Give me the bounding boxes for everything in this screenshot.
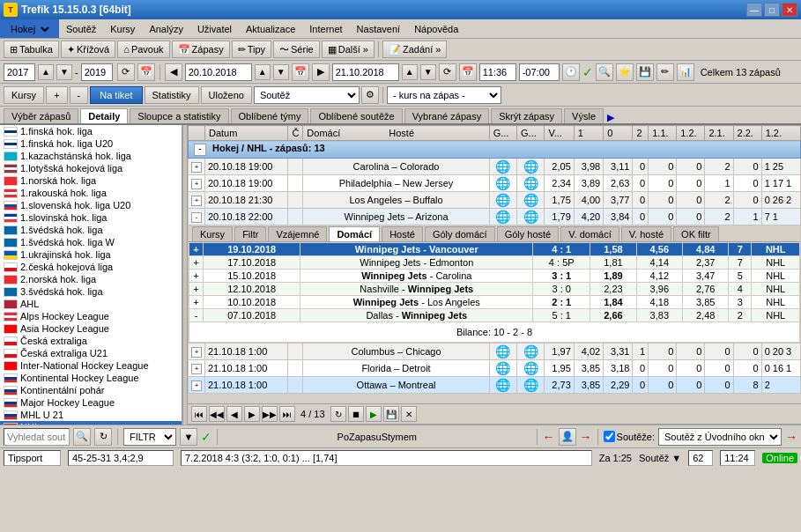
date-to-up[interactable]: ▲ (402, 64, 418, 80)
table-row[interactable]: + 21.10.18 1:00 Ottawa – Montreal 🌐 🌐 2,… (189, 377, 801, 394)
search-button[interactable]: 🔍 (73, 428, 91, 446)
hokej-select[interactable]: Hokej Fotbal Tenis (7, 23, 52, 35)
dalsi-button[interactable]: ▦ Další » (322, 41, 375, 58)
menu-uzivatel[interactable]: Uživatel (190, 19, 239, 38)
sidebar-item-1lot[interactable]: 1.lotyšská hokejová liga (0, 162, 182, 174)
sidebar-item-1sve[interactable]: 1.švédská hok. liga (0, 224, 182, 236)
nav-next-next-button[interactable]: ▶▶ (262, 406, 278, 422)
nav-first-button[interactable]: ⏮ (191, 406, 207, 422)
table-row[interactable]: + 21.10.18 1:00 Columbus – Chicago 🌐 🌐 1… (189, 344, 801, 360)
date-from-up[interactable]: ▲ (255, 64, 271, 80)
star-icon[interactable]: ⭐ (616, 63, 634, 81)
soutez-icon[interactable]: ⚙ (361, 86, 379, 104)
zapasy-button[interactable]: 📅 Zápasy (172, 41, 230, 58)
sidebar-item-asia[interactable]: Asia Hockey League (0, 322, 182, 335)
year-from-input[interactable] (4, 63, 35, 81)
next-date-icon[interactable]: ▶ (312, 63, 330, 81)
refresh-soutez-button[interactable]: ↻ (94, 428, 112, 446)
kursy-button[interactable]: Kursy (4, 86, 44, 104)
nav-green-button[interactable]: ▶ (366, 406, 382, 422)
content-scroll[interactable]: Datum Č Domácí Hosté G... G... V... 1 0 … (188, 125, 801, 403)
sidebar-item-2cze[interactable]: 2.česká hokejová liga (0, 261, 182, 273)
prev-date-icon[interactable]: ◀ (165, 63, 182, 81)
tab-skryt[interactable]: Skrýt zápasy (491, 108, 562, 123)
tab-more-icon[interactable]: ▶ (607, 112, 614, 123)
sidebar-item-1nor[interactable]: 1.norská hok. liga (0, 174, 182, 187)
date-from-down[interactable]: ▼ (273, 64, 289, 80)
detail-tab-kursy[interactable]: Kursy (192, 226, 233, 241)
detail-tab-domaci[interactable]: Domácí (329, 226, 380, 241)
nav-prev-prev-button[interactable]: ◀◀ (209, 406, 225, 422)
detail-tab-v-domaci[interactable]: V. domácí (560, 226, 619, 241)
detail-row[interactable]: + 15.10.2018 Winnipeg Jets - Carolina 3 … (189, 270, 800, 283)
section-collapse-btn[interactable]: - (194, 144, 206, 156)
arrow-left-icon[interactable]: ← (543, 430, 555, 444)
section-header-nhl[interactable]: - Hokej / NHL - zápasů: 13 (189, 141, 801, 159)
search-soutez-input[interactable] (4, 428, 70, 446)
clock-icon[interactable]: 🕐 (562, 63, 580, 81)
calendar-icon[interactable]: 📅 (137, 63, 155, 81)
tipy-button[interactable]: ✏ Tipy (232, 41, 271, 58)
detail-row[interactable]: - 07.10.2018 Dallas - Winnipeg Jets 5 : … (189, 309, 800, 322)
nav-delete-button[interactable]: ✕ (401, 406, 417, 422)
detail-tab-filtr[interactable]: Filtr (234, 226, 266, 241)
serie-button[interactable]: 〜 Série (273, 41, 320, 58)
nav-save-button[interactable]: 💾 (383, 406, 399, 422)
tab-detaily[interactable]: Detaily (80, 108, 128, 123)
sidebar-item-nhl[interactable]: NHL (0, 421, 182, 425)
detail-tab-goly-domaci[interactable]: Góly domácí (425, 226, 495, 241)
soutez-dropdown[interactable]: Soutěž (254, 86, 360, 104)
sidebar-item-inter[interactable]: Inter-National Hockey League (0, 359, 182, 372)
save-icon[interactable]: 💾 (636, 63, 654, 81)
sidebar-item-1ukr[interactable]: 1.ukrajinská hok. liga (0, 248, 182, 261)
tab-oblibene-tymy[interactable]: Oblíbené týmy (231, 108, 309, 123)
minus-button[interactable]: - (70, 86, 89, 104)
date-to-down[interactable]: ▼ (420, 64, 436, 80)
sidebar-item-1finu20[interactable]: 1.finská hok. liga U20 (0, 137, 182, 150)
menu-soutez[interactable]: Soutěž (59, 19, 103, 38)
souteze-checkbox[interactable] (604, 431, 615, 442)
sidebar-item-major[interactable]: Major Hockey League (0, 396, 182, 409)
filter-dropdown[interactable]: FILTR (123, 428, 176, 446)
kurs-dropdown[interactable]: - kurs na zápas - (387, 86, 501, 104)
zadani-button[interactable]: 📝 Zadání » (382, 41, 447, 58)
tab-vyber[interactable]: Výběr zápasů (4, 108, 78, 123)
sidebar-item-alps[interactable]: Alps Hockey League (0, 310, 182, 322)
year-up-icon[interactable]: ▲ (38, 64, 54, 80)
na-tiket-button[interactable]: Na tiket (90, 86, 142, 104)
nav-next-button[interactable]: ▶ (244, 406, 260, 422)
detail-row[interactable]: + 17.10.2018 Winnipeg Jets - Edmonton 4 … (189, 256, 800, 270)
sidebar-item-khl[interactable]: Kontinental Hockey League (0, 372, 182, 384)
table-row[interactable]: + 20.10.18 19:00 Carolina – Colorado 🌐 🌐… (189, 159, 801, 175)
detail-row[interactable]: + 10.10.2018 Winnipeg Jets - Los Angeles… (189, 296, 800, 309)
refresh2-icon[interactable]: ⟳ (439, 63, 456, 81)
menu-nastaveni[interactable]: Nastavení (350, 19, 408, 38)
sidebar-item-1sku20[interactable]: 1.slovenská hok. liga U20 (0, 199, 182, 211)
soutez-from-window-dropdown[interactable]: Soutěž z Úvodního okna (658, 428, 782, 446)
ulozeno-button[interactable]: Uloženo (201, 86, 252, 104)
time1-input[interactable] (479, 63, 516, 81)
close-button[interactable]: ✕ (782, 3, 797, 17)
menu-aktualizace[interactable]: Aktualizace (239, 19, 302, 38)
menu-napoveda[interactable]: Nápověda (407, 19, 465, 38)
pavouk-button[interactable]: ⌂ Pavouk (117, 41, 169, 58)
nav-stop-button[interactable]: ⏹ (348, 406, 364, 422)
sidebar-item-2nor[interactable]: 2.norská hok. liga (0, 273, 182, 285)
nav-refresh-button[interactable]: ↻ (330, 406, 346, 422)
date-to-input[interactable] (332, 63, 399, 81)
arrow-right-icon[interactable]: → (580, 430, 592, 444)
sidebar-item-1kaz[interactable]: 1.kazachstánská hok. liga (0, 150, 182, 162)
bottom-right-arrow-icon[interactable]: → (785, 430, 797, 444)
sidebar-item-ceskau21[interactable]: Česká extraliga U21 (0, 347, 182, 359)
sidebar-item-1slo[interactable]: 1.slovinská hok. liga (0, 211, 182, 224)
year-to-input[interactable] (81, 63, 113, 81)
table-row[interactable]: + 21.10.18 1:00 Florida – Detroit 🌐 🌐 1,… (189, 360, 801, 377)
nav-last-button[interactable]: ⏭ (279, 406, 295, 422)
table-row[interactable]: + 20.10.18 21:30 Los Angeles – Buffalo 🌐… (189, 192, 801, 209)
detail-tab-hoste[interactable]: Hosté (382, 226, 423, 241)
filter-dropdown-icon[interactable]: ▼ (180, 428, 197, 446)
sidebar-item-ceska[interactable]: Česká extraliga (0, 335, 182, 347)
row-expand[interactable]: + (189, 159, 205, 175)
detail-tab-v-hoste[interactable]: V. hosté (621, 226, 671, 241)
sidebar-item-3sve[interactable]: 3.švédská hok. liga (0, 285, 182, 298)
